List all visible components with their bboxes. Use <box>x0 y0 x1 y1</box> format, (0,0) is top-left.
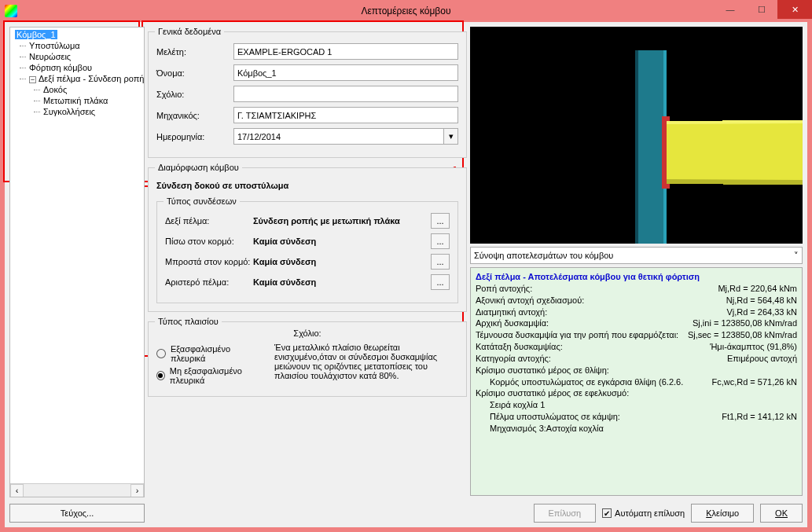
frame-unbraced-radio[interactable]: Μη εξασφαλισμένο πλευρικά <box>156 366 266 385</box>
tree-root[interactable]: Κόμβος_1 <box>12 29 142 40</box>
frame-note-text: Ένα μεταλλικό πλαίσιο θεωρείται ενισχυμέ… <box>274 341 458 388</box>
window-buttons: — ☐ ✕ <box>715 0 812 19</box>
minimize-button[interactable]: — <box>715 0 746 19</box>
conn-edit-button[interactable]: ... <box>431 254 450 270</box>
conn-edit-button[interactable]: ... <box>431 274 450 290</box>
results-header: Δεξί πέλμα - Αποτελέσματα κόμβου για θετ… <box>476 271 797 283</box>
ok-button[interactable]: OK <box>760 504 803 523</box>
left-column: Κόμβος_1 Υποστύλωμα Νευρώσεις Φόρτιση κό… <box>9 27 145 523</box>
types-legend: Τύπος συνδέσεων <box>164 196 240 206</box>
expander-icon[interactable]: − <box>29 76 36 83</box>
conn-edit-button[interactable]: ... <box>431 233 450 249</box>
crit-tension-row: Σειρά κοχλία 1 <box>476 399 797 411</box>
result-row: Ροπή αντοχής:Mj,Rd = 220,64 kNm <box>476 283 797 295</box>
middle-column: Γενικά δεδομένα Μελέτη: Όνομα: Σχόλιο: Μ… <box>148 27 467 523</box>
window-title: Λεπτομέρειες κόμβου <box>361 6 450 17</box>
viewport-3d[interactable] <box>470 27 803 244</box>
date-dropdown-icon[interactable]: ▾ <box>444 128 458 145</box>
mechanism-line: Μηχανισμός 3:Αστοχία κοχλία <box>476 423 797 435</box>
result-row: Κατάταξη δυσκαμψίας:Ήμι-άκαμπτος (91,8%) <box>476 341 797 353</box>
comment-label: Σχόλιο: <box>156 90 233 99</box>
connection-types-group: Τύπος συνδέσεων Δεξί πέλμα:Σύνδεση ροπής… <box>156 201 458 303</box>
conn-edit-button[interactable]: ... <box>431 213 450 229</box>
scroll-track[interactable] <box>24 484 130 497</box>
frame-legend: Τύπος πλαισίου <box>155 317 222 326</box>
beam-3d <box>667 120 803 185</box>
conn-row-right: Δεξί πέλμα:Σύνδεση ροπής με μετωπική πλά… <box>165 213 450 229</box>
result-row: Διατμητική αντοχή:Vj,Rd = 264,33 kN <box>476 306 797 318</box>
conn-row-back: Πίσω στον κορμό:Καμία σύνδεση... <box>165 233 450 249</box>
date-label: Ημερομηνία: <box>156 132 233 141</box>
tree-hscroll[interactable]: ‹ › <box>10 483 144 497</box>
crit-tension-header: Κρίσιμο συστατικό μέρος σε εφελκυσμό: <box>476 387 797 399</box>
frame-type-group: Τύπος πλαισίου Σχόλιο: Εξασφαλισμένο πλε… <box>148 321 467 397</box>
study-input[interactable] <box>233 43 458 60</box>
date-input[interactable] <box>233 128 444 145</box>
solve-button: Επίλυση <box>534 504 597 523</box>
tree-item[interactable]: Δοκός <box>12 84 142 95</box>
general-legend: Γενικά δεδομένα <box>155 27 224 36</box>
content-area: 3 1 2 Κόμβος_1 Υποστύλωμα Νευρώσεις Φόρτ… <box>5 22 807 527</box>
name-label: Όνομα: <box>156 68 233 78</box>
tree-item[interactable]: Υποστύλωμα <box>12 40 142 51</box>
engineer-input[interactable] <box>233 107 458 123</box>
right-column: Σύνοψη αποτελεσμάτων του κόμβου ˅ Δεξί π… <box>470 27 803 523</box>
engineer-label: Μηχανικός: <box>156 111 233 120</box>
tree-item[interactable]: Συγκολλήσεις <box>12 106 142 117</box>
config-legend: Διαμόρφωση κόμβου <box>155 163 242 172</box>
tree-item[interactable]: Μετωπική πλάκα <box>12 95 142 106</box>
result-row: Τέμνουσα δυσκαμψία για την ροπή που εφαρ… <box>476 329 797 341</box>
scroll-left-icon[interactable]: ‹ <box>10 484 24 497</box>
study-label: Μελέτη: <box>156 47 233 57</box>
crit-compress-header: Κρίσιμο συστατικό μέρος σε θλίψη: <box>476 365 797 376</box>
maximize-button[interactable]: ☐ <box>746 0 777 19</box>
radio-icon <box>156 349 166 358</box>
tree-item-expandable[interactable]: −Δεξί πέλμα - Σύνδεση ροπής <box>12 73 142 84</box>
checkbox-icon: ✔ <box>602 508 612 518</box>
chevron-down-icon: ˅ <box>794 251 799 261</box>
result-row: Αρχική δυσκαμψία:Sj,ini = 123850,08 kNm/… <box>476 317 797 329</box>
config-group: Διαμόρφωση κόμβου Σύνδεση δοκού σε υποστ… <box>148 167 467 312</box>
frame-note-label: Σχόλιο: <box>156 328 458 338</box>
result-row: Κατηγορία αντοχής:Επιμέρους αντοχή <box>476 353 797 365</box>
name-input[interactable] <box>233 64 458 81</box>
radio-icon <box>156 371 165 380</box>
date-picker[interactable]: ▾ <box>233 128 458 145</box>
title-bar: Λεπτομέρειες κόμβου — ☐ ✕ <box>0 0 812 22</box>
result-row: Αξονική αντοχή σχεδιασμού:Nj,Rd = 564,48… <box>476 295 797 306</box>
combo-label: Σύνοψη αποτελεσμάτων του κόμβου <box>474 251 613 260</box>
config-subtitle: Σύνδεση δοκού σε υποστύλωμα <box>156 181 458 190</box>
auto-solve-checkbox[interactable]: ✔Αυτόματη επίλυση <box>602 508 685 518</box>
results-panel: Δεξί πέλμα - Αποτελέσματα κόμβου για θετ… <box>470 267 803 496</box>
close-dialog-button[interactable]: Κλείσιμο <box>691 504 754 523</box>
bottom-bar: Επίλυση ✔Αυτόματη επίλυση Κλείσιμο OK <box>470 504 803 523</box>
conn-row-left: Αριστερό πέλμα:Καμία σύνδεση... <box>165 274 450 290</box>
tree-item[interactable]: Φόρτιση κόμβου <box>12 62 142 73</box>
close-button[interactable]: ✕ <box>777 0 812 19</box>
frame-braced-radio[interactable]: Εξασφαλισμένο πλευρικά <box>156 344 266 363</box>
crit-compress-line: Κορμός υποστυλώματος σε εγκάρσια θλίψη (… <box>476 376 797 388</box>
crit-tension-line: Πέλμα υποστυλώματος σε κάμψη:Ft1,Rd = 14… <box>476 411 797 423</box>
tree-panel: Κόμβος_1 Υποστύλωμα Νευρώσεις Φόρτιση κό… <box>9 27 145 497</box>
comment-input[interactable] <box>233 86 458 102</box>
teuxos-button[interactable]: Τεύχος... <box>9 504 145 523</box>
general-group: Γενικά δεδομένα Μελέτη: Όνομα: Σχόλιο: Μ… <box>148 31 467 158</box>
results-combo[interactable]: Σύνοψη αποτελεσμάτων του κόμβου ˅ <box>470 247 803 264</box>
tree-view[interactable]: Κόμβος_1 Υποστύλωμα Νευρώσεις Φόρτιση κό… <box>10 28 144 119</box>
conn-row-front: Μπροστά στον κορμό:Καμία σύνδεση... <box>165 254 450 270</box>
tree-item[interactable]: Νευρώσεις <box>12 51 142 62</box>
scroll-right-icon[interactable]: › <box>130 484 144 497</box>
app-icon <box>5 5 17 17</box>
